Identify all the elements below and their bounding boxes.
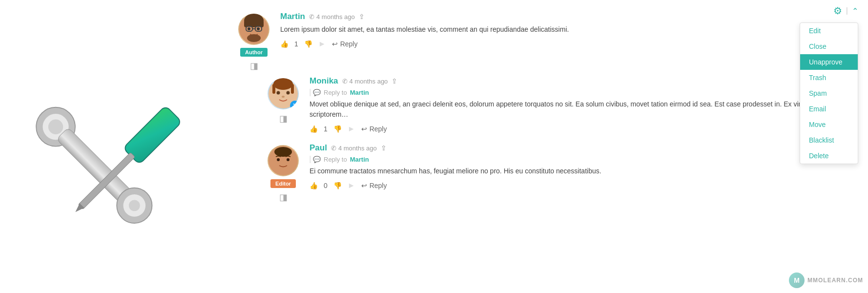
reply-button-martin[interactable]: ↩ Reply bbox=[332, 40, 358, 48]
thumbs-down-icon-paul: 👎 bbox=[333, 182, 342, 189]
avatar-col-martin: Author ◨ bbox=[234, 12, 273, 71]
reply-button-paul[interactable]: ↩ Reply bbox=[361, 182, 387, 189]
comment-item-paul: Editor ◨ Paul ✆ 4 months ago ⇪ 💬 Reply t… bbox=[234, 143, 858, 203]
reply-label-martin: Reply bbox=[340, 40, 358, 48]
action-divider-martin: ► bbox=[318, 40, 326, 48]
comment-header-monika: Monika ✆ 4 months ago ⇪ bbox=[310, 76, 858, 86]
left-panel bbox=[0, 0, 229, 293]
share-icon-monika[interactable]: ⇪ bbox=[392, 77, 397, 85]
reply-label-paul: Reply bbox=[370, 182, 387, 189]
dropdown-trash[interactable]: Trash bbox=[800, 70, 858, 85]
comment-meta-paul: ✆ 4 months ago bbox=[331, 145, 377, 152]
reply-icon-martin: ↩ bbox=[332, 40, 338, 48]
dislike-button-martin[interactable]: 👎 bbox=[304, 40, 312, 48]
dropdown-close[interactable]: Close bbox=[800, 39, 858, 54]
reply-icon-monika: ↩ bbox=[361, 125, 367, 133]
tools-icon bbox=[22, 54, 207, 239]
svg-point-29 bbox=[277, 158, 280, 161]
action-divider-paul: ► bbox=[348, 181, 355, 190]
svg-rect-23 bbox=[291, 84, 294, 94]
comment-body-monika: Monika ✆ 4 months ago ⇪ 💬 Reply to Marti… bbox=[303, 76, 858, 133]
author-name-martin: Martin bbox=[280, 12, 305, 21]
comment-header-paul: Paul ✆ 4 months ago ⇪ bbox=[310, 143, 858, 153]
comment-text-paul: Ei commune tractatos mnesarchum has, feu… bbox=[310, 166, 858, 176]
reply-to-name-paul: Martin bbox=[350, 156, 369, 163]
comment-text-monika: Movet oblique denique at sed, an graeci … bbox=[310, 99, 858, 120]
avatar-martin-svg bbox=[238, 14, 269, 45]
dislike-button-monika[interactable]: 👎 bbox=[333, 125, 342, 133]
comment-item-martin: Author ◨ Martin ✆ 4 months ago ⇪ Lorem i… bbox=[234, 12, 858, 71]
like-button-monika[interactable]: 👍 bbox=[310, 125, 318, 133]
comment-actions-paul: 👍 0 👎 ► ↩ Reply bbox=[310, 181, 858, 190]
dropdown-menu: Edit Close Unapprove Trash Spam Email Mo… bbox=[800, 22, 858, 164]
clock-icon-paul: ✆ bbox=[331, 145, 336, 152]
share-icon-paul[interactable]: ⇪ bbox=[381, 144, 387, 152]
time-monika: 4 months ago bbox=[350, 78, 388, 85]
svg-rect-22 bbox=[272, 84, 275, 94]
avatar-col-paul: Editor ◨ bbox=[264, 143, 303, 203]
dropdown-delete[interactable]: Delete bbox=[800, 148, 858, 164]
like-count-paul: 0 bbox=[324, 182, 328, 189]
svg-point-17 bbox=[248, 27, 250, 30]
avatar-martin bbox=[238, 14, 269, 45]
twitter-badge-monika: 𝕏 bbox=[290, 101, 299, 109]
share-icon-martin[interactable]: ⇪ bbox=[359, 13, 365, 21]
reply-label-monika: Reply bbox=[370, 125, 387, 133]
comment-actions-martin: 👍 1 👎 ► ↩ Reply bbox=[280, 40, 858, 48]
comment-actions-monika: 👍 1 👎 ► ↩ Reply bbox=[310, 125, 858, 133]
reply-to-icon-paul: 💬 bbox=[313, 156, 321, 163]
avatar-col-monika: 𝕏 ◨ bbox=[264, 76, 303, 124]
thumbs-up-icon-monika: 👍 bbox=[310, 125, 318, 133]
reply-to-icon-monika: 💬 bbox=[313, 89, 321, 96]
reply-to-line-monika: 💬 Reply to Martin bbox=[310, 89, 858, 96]
thumbs-down-icon-martin: 👎 bbox=[304, 40, 312, 48]
thumbs-up-icon-martin: 👍 bbox=[280, 40, 289, 48]
subscribe-icon-martin: ◨ bbox=[250, 61, 258, 71]
like-button-martin[interactable]: 👍 bbox=[280, 40, 289, 48]
clock-icon-monika: ✆ bbox=[342, 78, 348, 85]
svg-point-26 bbox=[282, 96, 285, 98]
avatar-paul bbox=[268, 145, 299, 176]
avatar-monika: 𝕏 bbox=[268, 78, 299, 109]
svg-point-21 bbox=[273, 78, 293, 90]
dislike-button-paul[interactable]: 👎 bbox=[333, 182, 342, 189]
reply-to-label-monika: Reply to bbox=[324, 89, 347, 96]
author-name-paul: Paul bbox=[310, 143, 327, 153]
thumbs-up-icon-paul: 👍 bbox=[310, 182, 318, 189]
clock-icon-martin: ✆ bbox=[309, 13, 314, 21]
dropdown-email[interactable]: Email bbox=[800, 101, 858, 117]
dropdown-move[interactable]: Move bbox=[800, 117, 858, 132]
dropdown-blacklist[interactable]: Blacklist bbox=[800, 132, 858, 148]
like-count-monika: 1 bbox=[324, 125, 328, 133]
svg-point-30 bbox=[287, 158, 289, 161]
dropdown-unapprove[interactable]: Unapprove bbox=[800, 54, 858, 70]
watermark-text: MMOLEARN.COM bbox=[807, 277, 863, 284]
like-button-paul[interactable]: 👍 bbox=[310, 182, 318, 189]
svg-point-24 bbox=[277, 91, 280, 95]
reply-to-label-paul: Reply to bbox=[324, 156, 347, 163]
svg-point-25 bbox=[287, 91, 290, 95]
avatar-paul-svg bbox=[268, 145, 299, 176]
reply-icon-paul: ↩ bbox=[361, 182, 367, 189]
comment-meta-monika: ✆ 4 months ago bbox=[342, 78, 388, 85]
watermark: M MMOLEARN.COM bbox=[789, 272, 863, 288]
dropdown-edit[interactable]: Edit bbox=[800, 23, 858, 39]
dropdown-spam[interactable]: Spam bbox=[800, 85, 858, 101]
svg-point-18 bbox=[257, 27, 260, 30]
comment-thread: Author ◨ Martin ✆ 4 months ago ⇪ Lorem i… bbox=[234, 12, 858, 208]
action-divider-monika: ► bbox=[348, 125, 355, 133]
author-name-monika: Monika bbox=[310, 76, 338, 86]
comment-header-martin: Martin ✆ 4 months ago ⇪ bbox=[280, 12, 858, 21]
comment-meta-martin: ✆ 4 months ago bbox=[309, 13, 355, 21]
time-paul: 4 months ago bbox=[338, 145, 377, 152]
comment-body-martin: Martin ✆ 4 months ago ⇪ Lorem ipsum dolo… bbox=[273, 12, 858, 48]
main-content: ⚙ | ⌃ Edit Close Unapprove Trash Spam Em… bbox=[229, 0, 868, 293]
like-count-martin: 1 bbox=[294, 40, 298, 48]
svg-point-19 bbox=[247, 34, 261, 42]
reply-to-name-monika: Martin bbox=[350, 89, 369, 96]
reply-button-monika[interactable]: ↩ Reply bbox=[361, 125, 387, 133]
thumbs-down-icon-monika: 👎 bbox=[333, 125, 342, 133]
comment-item-monika: 𝕏 ◨ Monika ✆ 4 months ago ⇪ 💬 Reply to M… bbox=[234, 76, 858, 133]
subscribe-icon-monika: ◨ bbox=[279, 113, 288, 124]
svg-point-28 bbox=[274, 147, 292, 157]
